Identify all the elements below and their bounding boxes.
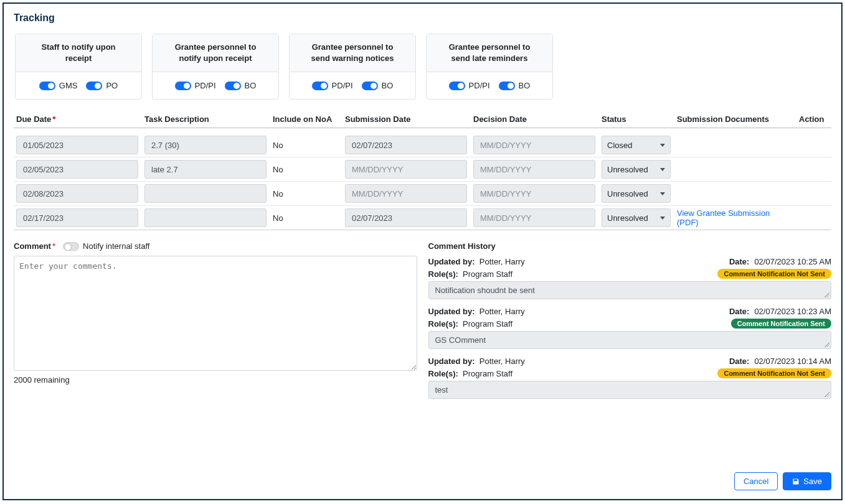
- status-value: Unresolved: [607, 165, 648, 174]
- due-date-input[interactable]: [16, 208, 138, 227]
- table-row: NoUnresolved: [14, 182, 831, 206]
- toggle-group: PD/PI: [175, 81, 216, 90]
- status-value: Unresolved: [607, 189, 648, 198]
- history-roles: Role(s): Program Staff: [428, 319, 513, 329]
- task-description-input[interactable]: [144, 136, 267, 154]
- comment-textarea[interactable]: [14, 256, 417, 371]
- submission-date-input[interactable]: [345, 136, 467, 154]
- notification-badge: Comment Notification Not Sent: [717, 368, 831, 378]
- notify-internal-staff: Notify internal staff: [63, 241, 149, 251]
- table-header: Due Date* Task Description Include on No…: [14, 111, 831, 128]
- col-task-description: Task Description: [142, 114, 267, 124]
- decision-date-input[interactable]: [473, 208, 595, 227]
- status-select[interactable]: Unresolved: [602, 160, 671, 179]
- toggle-switch[interactable]: [225, 82, 241, 90]
- toggle-switch[interactable]: [175, 82, 191, 90]
- toggle-switch[interactable]: [449, 82, 465, 90]
- chevron-down-icon: [660, 144, 665, 147]
- toggle-label: PO: [106, 81, 118, 90]
- page-title: Tracking: [14, 12, 831, 24]
- toggle-switch[interactable]: [39, 82, 55, 90]
- chevron-down-icon: [660, 217, 665, 220]
- chevron-down-icon: [660, 168, 665, 171]
- card-body: PD/PIBO: [290, 72, 415, 99]
- col-include-noa: Include on NoA: [270, 114, 339, 124]
- comment-history-title: Comment History: [428, 241, 832, 251]
- table-row: NoClosed: [14, 133, 831, 157]
- toggle-switch[interactable]: [362, 82, 378, 90]
- toggle-group: BO: [362, 81, 394, 90]
- comment-label-row: Comment* Notify internal staff: [14, 241, 417, 251]
- col-status: Status: [599, 114, 671, 124]
- history-entry: Updated by: Potter, HarryDate: 02/07/202…: [428, 357, 832, 399]
- history-roles: Role(s): Program Staff: [428, 269, 513, 279]
- toggle-switch[interactable]: [86, 82, 102, 90]
- notification-card: Grantee personnel to send late reminders…: [426, 34, 553, 100]
- toggle-switch[interactable]: [499, 82, 515, 90]
- history-date: Date: 02/07/2023 10:14 AM: [729, 357, 831, 366]
- task-description-input[interactable]: [144, 208, 267, 227]
- submission-date-input[interactable]: [345, 160, 467, 179]
- save-button-label: Save: [803, 477, 822, 486]
- due-date-input[interactable]: [16, 184, 138, 203]
- comment-history-column: Comment History Updated by: Potter, Harr…: [428, 241, 832, 406]
- toggle-group: PD/PI: [312, 81, 353, 90]
- submission-date-input[interactable]: [345, 184, 467, 203]
- toggle-label: PD/PI: [469, 81, 490, 90]
- notify-label: Notify internal staff: [83, 241, 149, 251]
- decision-date-input[interactable]: [473, 136, 595, 154]
- card-title: Grantee personnel to send warning notice…: [290, 34, 415, 72]
- toggle-group: BO: [499, 81, 531, 90]
- status-select[interactable]: Unresolved: [602, 184, 671, 203]
- table-row: NoUnresolved: [14, 157, 831, 182]
- view-submission-link[interactable]: View Grantee Submission (PDF): [677, 208, 770, 227]
- footer-actions: Cancel Save: [734, 472, 831, 490]
- notification-badge: Comment Notification Sent: [731, 319, 831, 329]
- required-indicator: *: [52, 114, 55, 124]
- due-date-input[interactable]: [16, 160, 138, 179]
- col-submission-date: Submission Date: [342, 114, 467, 124]
- include-noa-value: No: [270, 165, 339, 174]
- notification-card: Staff to notify upon receiptGMSPO: [15, 34, 142, 100]
- history-comment-text: Notification shoudnt be sent: [428, 281, 832, 299]
- chevron-down-icon: [660, 192, 665, 195]
- history-date: Date: 02/07/2023 10:25 AM: [729, 257, 831, 266]
- char-remaining: 2000 remaining: [14, 375, 417, 385]
- card-body: PD/PIBO: [153, 72, 278, 99]
- history-updated-by: Updated by: Potter, Harry: [428, 357, 525, 366]
- card-title: Grantee personnel to send late reminders: [427, 34, 552, 72]
- history-comment-text: test: [428, 381, 832, 399]
- decision-date-input[interactable]: [473, 184, 595, 203]
- status-select[interactable]: Closed: [602, 136, 671, 154]
- status-select[interactable]: Unresolved: [602, 208, 671, 227]
- due-date-input[interactable]: [16, 136, 138, 154]
- notification-badge: Comment Notification Not Sent: [717, 269, 831, 279]
- task-description-input[interactable]: [144, 184, 267, 203]
- notification-cards: Staff to notify upon receiptGMSPOGrantee…: [15, 34, 831, 100]
- history-date: Date: 02/07/2023 10:23 AM: [729, 307, 831, 316]
- submission-docs-cell: View Grantee Submission (PDF): [674, 208, 793, 227]
- notification-card: Grantee personnel to send warning notice…: [289, 34, 416, 100]
- include-noa-value: No: [270, 213, 339, 223]
- history-comment-text: GS COmment: [428, 331, 832, 349]
- notify-toggle[interactable]: [63, 242, 79, 251]
- col-due-date: Due Date*: [14, 114, 138, 124]
- status-value: Closed: [607, 141, 632, 150]
- card-title: Grantee personnel to notify upon receipt: [153, 34, 278, 72]
- cancel-button[interactable]: Cancel: [734, 472, 778, 490]
- task-description-input[interactable]: [144, 160, 267, 179]
- toggle-switch[interactable]: [312, 82, 328, 90]
- toggle-label: BO: [245, 81, 257, 90]
- history-updated-by: Updated by: Potter, Harry: [428, 307, 525, 316]
- decision-date-input[interactable]: [473, 160, 595, 179]
- include-noa-value: No: [270, 141, 339, 150]
- table-row: NoUnresolvedView Grantee Submission (PDF…: [14, 206, 831, 230]
- save-button[interactable]: Save: [783, 472, 831, 490]
- save-icon: [792, 478, 800, 485]
- submission-date-input[interactable]: [345, 208, 467, 227]
- status-value: Unresolved: [607, 213, 648, 223]
- notification-card: Grantee personnel to notify upon receipt…: [152, 34, 279, 100]
- toggle-label: GMS: [59, 81, 78, 90]
- toggle-label: BO: [382, 81, 394, 90]
- comment-column: Comment* Notify internal staff 2000 rema…: [14, 241, 417, 406]
